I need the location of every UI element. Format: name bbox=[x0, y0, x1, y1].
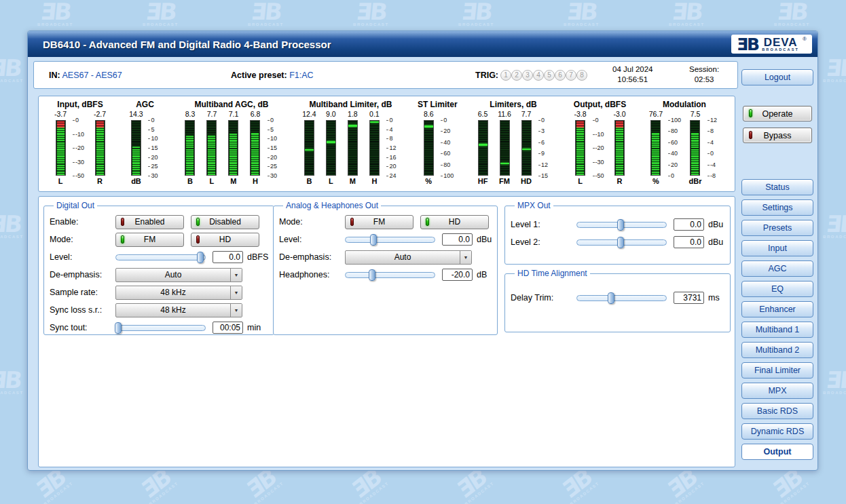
nav-item-enhancer[interactable]: Enhancer bbox=[741, 301, 813, 317]
deva-watermark: ƎBBROADCAST bbox=[248, 1, 284, 26]
field-label: Sample rate: bbox=[50, 288, 115, 297]
field-label: Mode: bbox=[279, 217, 345, 227]
scale-tick: -4 bbox=[707, 161, 716, 168]
scale-tick: 80 bbox=[441, 161, 450, 168]
level-value-input[interactable] bbox=[213, 251, 243, 263]
delay-trim-slider[interactable] bbox=[576, 295, 667, 301]
meter-peak-line bbox=[479, 144, 488, 146]
meter-column: -3.0R bbox=[609, 110, 631, 187]
nav-item-output[interactable]: Output bbox=[741, 444, 813, 460]
meter-bar bbox=[304, 120, 314, 176]
dropdown-arrow-icon: ▼ bbox=[230, 304, 242, 317]
nav-item-input[interactable]: Input bbox=[741, 240, 813, 256]
logout-button[interactable]: Logout bbox=[741, 69, 813, 85]
meter-value: 7.7 bbox=[521, 110, 532, 120]
slider-handle[interactable] bbox=[617, 219, 624, 231]
scale-tick: 12 bbox=[707, 117, 717, 123]
sync-tout-slider[interactable] bbox=[115, 325, 206, 331]
de-emphasis-select[interactable]: Auto▼ bbox=[345, 250, 472, 265]
scale-tick: 30 bbox=[148, 172, 158, 179]
slider-handle[interactable] bbox=[608, 292, 614, 304]
trig-button-7[interactable]: 7 bbox=[566, 70, 576, 81]
trig-button-6[interactable]: 6 bbox=[555, 70, 566, 81]
slider-handle[interactable] bbox=[370, 234, 377, 246]
level-value-input[interactable] bbox=[442, 233, 473, 246]
fm-button[interactable]: FM bbox=[115, 233, 184, 247]
operate-button[interactable]: Operate bbox=[743, 106, 812, 121]
page-title: DB6410 - Advanced FM and Digital Radio 4… bbox=[43, 39, 731, 50]
headphones-slider[interactable] bbox=[345, 272, 435, 278]
scale-tick: 0 bbox=[386, 117, 392, 123]
nav-item-eq[interactable]: EQ bbox=[741, 281, 813, 297]
selected-value: Auto bbox=[116, 269, 230, 282]
delay-trim-value-input[interactable] bbox=[674, 292, 704, 304]
meter-value: 11.6 bbox=[498, 110, 511, 120]
meter-group-multiband-agc-db: Multiband AGC, dB8.3B7.7L7.1M6.8H 051015… bbox=[179, 100, 284, 191]
hd-button[interactable]: HD bbox=[191, 233, 259, 247]
meter-bar bbox=[650, 120, 661, 176]
level-2-slider[interactable] bbox=[576, 239, 667, 246]
meter-bar bbox=[614, 120, 625, 176]
nav-item-status[interactable]: Status bbox=[741, 179, 813, 195]
meter-title: Modulation bbox=[663, 100, 706, 109]
meter-peak-line bbox=[424, 125, 433, 128]
meter-bar bbox=[250, 120, 260, 176]
sample-rate-select[interactable]: 48 kHz▼ bbox=[115, 286, 242, 300]
unit-label: dB bbox=[477, 270, 487, 279]
nav-item-mpx[interactable]: MPX bbox=[741, 383, 813, 399]
meter-bar-label: % bbox=[425, 177, 432, 187]
level-slider[interactable] bbox=[345, 237, 435, 243]
meter-bar-label: B bbox=[306, 177, 312, 187]
trig-button-5[interactable]: 5 bbox=[544, 70, 555, 81]
sync-loss-sr-select[interactable]: 48 kHz▼ bbox=[115, 303, 242, 317]
trig-button-4[interactable]: 4 bbox=[533, 70, 544, 81]
slider-handle[interactable] bbox=[197, 252, 204, 263]
level-slider[interactable] bbox=[115, 254, 206, 260]
nav-item-settings[interactable]: Settings bbox=[741, 199, 813, 216]
nav-item-multiband-2[interactable]: Multiband 2 bbox=[741, 342, 813, 358]
level-1-slider[interactable] bbox=[576, 222, 667, 228]
enabled-button[interactable]: Enabled bbox=[115, 215, 184, 229]
panel-digital-out: Digital OutEnable:EnabledDisabledMode:FM… bbox=[43, 201, 274, 335]
meter-title: Multiband Limiter, dB bbox=[309, 100, 392, 109]
scale-tick: 25 bbox=[268, 163, 277, 170]
sync-tout-value-input[interactable] bbox=[213, 322, 243, 334]
scale-tick: 20 bbox=[148, 154, 158, 161]
disabled-button[interactable]: Disabled bbox=[191, 215, 259, 229]
hd-button[interactable]: HD bbox=[420, 215, 489, 229]
slider-handle[interactable] bbox=[115, 322, 122, 334]
trig-button-1[interactable]: 1 bbox=[500, 70, 511, 81]
nav-item-dynamic-rds[interactable]: Dynamic RDS bbox=[741, 423, 813, 440]
trig-button-2[interactable]: 2 bbox=[511, 70, 522, 81]
trig-button-8[interactable]: 8 bbox=[576, 70, 587, 81]
level-1-value-input[interactable] bbox=[674, 218, 704, 231]
de-emphasis-select[interactable]: Auto▼ bbox=[115, 268, 242, 282]
scale-tick: 5 bbox=[148, 126, 154, 133]
trig-button-3[interactable]: 3 bbox=[522, 70, 533, 81]
level-2-value-input[interactable] bbox=[674, 236, 704, 248]
nav-item-presets[interactable]: Presets bbox=[741, 220, 813, 236]
nav-item-multiband-1[interactable]: Multiband 1 bbox=[741, 322, 813, 338]
meter-fill bbox=[652, 133, 659, 175]
slider-handle[interactable] bbox=[369, 269, 375, 281]
slider-handle[interactable] bbox=[617, 237, 624, 248]
date-value: 04 Jul 2024 bbox=[612, 64, 652, 75]
meter-column: 7.7HD bbox=[515, 110, 537, 187]
meter-group-multiband-limiter-db: Multiband Limiter, dB12.4B9.0L1.8M0.1H 0… bbox=[298, 100, 403, 191]
meter-bar bbox=[424, 120, 434, 176]
nav-item-basic-rds[interactable]: Basic RDS bbox=[741, 403, 813, 419]
headphones-value-input[interactable] bbox=[442, 269, 473, 281]
scale-tick: 40 bbox=[668, 150, 678, 157]
meter-column: 7.1M bbox=[223, 110, 244, 187]
nav-item-final-limiter[interactable]: Final Limiter bbox=[741, 362, 813, 379]
meter-scale: 100806040200 bbox=[667, 110, 684, 187]
meter-bar bbox=[326, 120, 336, 176]
meter-peak-line bbox=[522, 149, 531, 151]
nav-item-agc[interactable]: AGC bbox=[741, 260, 813, 277]
meter-bar-label: L bbox=[58, 177, 63, 187]
datetime: 04 Jul 2024 10:56:51 bbox=[612, 64, 652, 85]
field-row: De-emphasis:Auto▼ bbox=[50, 266, 268, 284]
fm-button[interactable]: FM bbox=[345, 215, 413, 229]
bypass-button[interactable]: Bypass bbox=[743, 128, 812, 143]
scale-tick: -20 bbox=[73, 144, 84, 151]
